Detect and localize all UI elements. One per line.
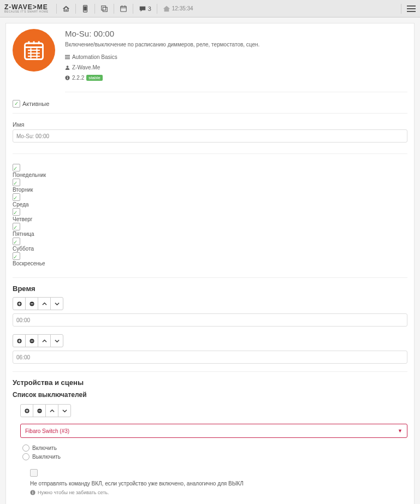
radio-off[interactable]: [22, 453, 29, 460]
module-author: Z-Wave.Me: [72, 64, 100, 70]
move-down-button[interactable]: [50, 297, 63, 310]
move-up-button[interactable]: [38, 334, 51, 347]
svg-rect-8: [407, 5, 416, 7]
remove-button[interactable]: [33, 404, 46, 417]
time-entry-0-value[interactable]: 00:00: [13, 313, 407, 327]
svg-rect-30: [18, 303, 21, 304]
day-monday-label: Понедельник: [13, 172, 407, 178]
chevron-down-icon: [55, 339, 60, 343]
time-entry-1-buttons: [13, 334, 407, 347]
time-title: Время: [13, 284, 407, 293]
user-icon: [65, 65, 70, 70]
separator: [401, 4, 401, 14]
active-checkbox[interactable]: [13, 100, 20, 108]
rooms-link[interactable]: [100, 5, 108, 13]
time-entry-1: 06:00: [13, 334, 407, 364]
separator: [13, 371, 407, 372]
name-input[interactable]: [13, 129, 407, 143]
time-entry-0: 00:00: [13, 297, 407, 327]
device-select[interactable]: Fibaro Switch (#3) ▼: [20, 424, 407, 438]
move-up-button[interactable]: [45, 404, 58, 417]
add-button[interactable]: [13, 297, 26, 310]
menu-button[interactable]: [407, 5, 416, 13]
topbar: Z-WAVE>ME BECAUSE IT'S SMART HOME 3 12:3…: [0, 0, 420, 17]
svg-point-27: [67, 76, 68, 77]
day-wednesday-checkbox[interactable]: [13, 193, 20, 201]
day-tuesday-label: Вторник: [13, 187, 407, 193]
separator: [13, 153, 407, 154]
clock-home-icon: [163, 5, 170, 13]
radio-off-label: Выключить: [32, 454, 61, 460]
day-monday-checkbox[interactable]: [13, 164, 20, 171]
svg-rect-23: [65, 58, 70, 60]
devices-title: Устройства и сцены: [13, 378, 407, 387]
add-button[interactable]: [20, 404, 33, 417]
move-up-button[interactable]: [38, 297, 51, 310]
weekdays-block: Понедельник Вторник Среда Четверг Пятниц…: [13, 164, 407, 266]
radio-on-label: Включить: [32, 445, 57, 451]
move-down-button[interactable]: [50, 334, 63, 347]
svg-rect-21: [65, 55, 70, 56]
chevron-up-icon: [42, 339, 47, 343]
chevron-down-icon: [55, 301, 60, 306]
separator: [56, 4, 57, 14]
day-sunday-checkbox[interactable]: [13, 252, 20, 260]
remove-button[interactable]: [25, 297, 38, 310]
nosend-checkbox[interactable]: [30, 469, 38, 477]
day-thursday-checkbox[interactable]: [13, 208, 20, 216]
day-friday: Пятница: [13, 223, 407, 237]
module-description: Включение/выключение по расписанию димме…: [65, 41, 407, 48]
active-label: Активные: [22, 100, 49, 107]
minus-icon: [29, 301, 34, 306]
separator: [114, 4, 114, 14]
copy-icon: [100, 5, 108, 13]
calendar-icon: [120, 5, 127, 13]
device-select-value: Fibaro Switch (#3): [25, 428, 69, 434]
time-entry-1-value[interactable]: 06:00: [13, 351, 407, 364]
module-title: Mo-Su: 00:00: [65, 29, 407, 38]
svg-rect-2: [101, 5, 105, 10]
day-saturday: Суббота: [13, 238, 407, 252]
day-friday-checkbox[interactable]: [13, 223, 20, 230]
logo[interactable]: Z-WAVE>ME BECAUSE IT'S SMART HOME: [4, 4, 49, 13]
day-saturday-label: Суббота: [13, 246, 407, 252]
radio-on[interactable]: [22, 444, 29, 452]
chevron-up-icon: [42, 301, 47, 306]
home-icon: [62, 5, 70, 13]
move-down-button[interactable]: [58, 404, 71, 417]
day-thursday-label: Четверг: [13, 216, 407, 222]
devices-link[interactable]: [81, 5, 89, 13]
radio-on-row: Включить: [20, 444, 407, 452]
separator: [75, 4, 76, 14]
svg-rect-44: [32, 492, 33, 494]
day-sunday-label: Воскресенье: [13, 260, 407, 266]
chevron-down-icon: [62, 408, 67, 413]
svg-rect-10: [407, 11, 416, 12]
calendar-link[interactable]: [120, 5, 127, 13]
svg-rect-40: [26, 410, 28, 411]
svg-point-24: [67, 66, 69, 68]
day-tuesday: Вторник: [13, 179, 407, 193]
comment-icon: [139, 5, 146, 13]
module-icon: [13, 29, 55, 72]
separator: [13, 277, 407, 278]
svg-rect-22: [65, 57, 70, 58]
home-link[interactable]: [62, 5, 70, 13]
svg-rect-37: [31, 340, 33, 341]
separator: [133, 4, 133, 14]
svg-point-45: [32, 491, 33, 492]
events-link[interactable]: 3: [139, 5, 151, 13]
day-thursday: Четверг: [13, 208, 407, 222]
hamburger-icon: [407, 5, 416, 13]
schedule-icon: [22, 38, 46, 62]
day-tuesday-checkbox[interactable]: [13, 179, 20, 186]
svg-rect-3: [103, 7, 107, 11]
time-entry-0-buttons: [13, 297, 407, 310]
module-header: Mo-Su: 00:00 Включение/выключение по рас…: [13, 29, 407, 92]
nosend-block: Не отправлять команду ВКЛ, если устройст…: [20, 469, 407, 495]
svg-rect-35: [18, 340, 21, 341]
day-saturday-checkbox[interactable]: [13, 238, 20, 245]
nosend-checkbox-row: [30, 469, 407, 478]
add-button[interactable]: [13, 334, 26, 347]
remove-button[interactable]: [25, 334, 38, 347]
